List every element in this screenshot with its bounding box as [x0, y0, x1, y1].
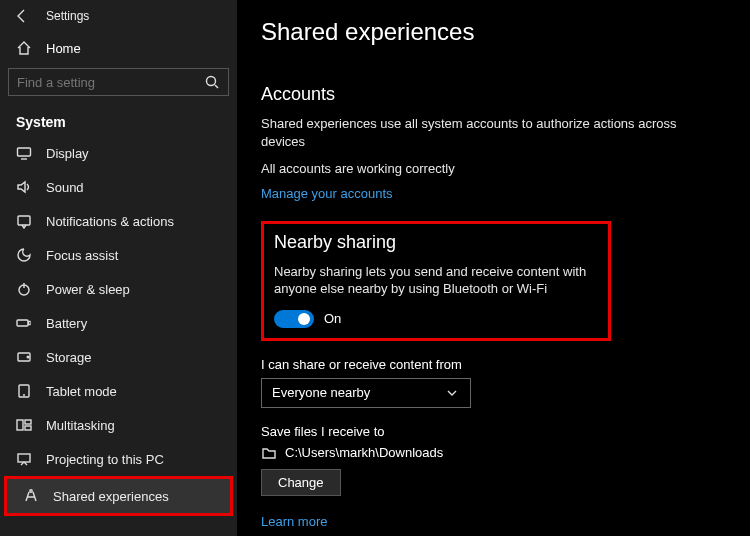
- notifications-icon: [16, 213, 32, 229]
- sidebar-item-sound[interactable]: Sound: [0, 170, 237, 204]
- sidebar-item-projecting[interactable]: Projecting to this PC: [0, 442, 237, 476]
- home-label: Home: [46, 41, 81, 56]
- sidebar-item-label: Shared experiences: [53, 489, 169, 504]
- save-to-path: C:\Users\markh\Downloads: [285, 445, 443, 460]
- sidebar-item-label: Battery: [46, 316, 87, 331]
- svg-rect-5: [29, 322, 31, 325]
- svg-rect-2: [18, 216, 30, 225]
- sidebar-item-label: Power & sleep: [46, 282, 130, 297]
- sidebar-item-tablet-mode[interactable]: Tablet mode: [0, 374, 237, 408]
- multitasking-icon: [16, 417, 32, 433]
- learn-more-link[interactable]: Learn more: [261, 514, 327, 529]
- manage-accounts-link[interactable]: Manage your accounts: [261, 186, 393, 201]
- svg-point-0: [207, 77, 216, 86]
- sidebar-item-notifications[interactable]: Notifications & actions: [0, 204, 237, 238]
- svg-rect-10: [25, 420, 31, 424]
- accounts-status: All accounts are working correctly: [261, 160, 681, 178]
- svg-point-7: [27, 356, 29, 358]
- save-to-path-row: C:\Users\markh\Downloads: [261, 445, 726, 461]
- projecting-icon: [16, 451, 32, 467]
- accounts-desc: Shared experiences use all system accoun…: [261, 115, 681, 150]
- page-title: Shared experiences: [261, 18, 726, 46]
- sidebar-item-label: Sound: [46, 180, 84, 195]
- share-from-value: Everyone nearby: [272, 385, 370, 400]
- power-icon: [16, 281, 32, 297]
- focus-assist-icon: [16, 247, 32, 263]
- tablet-icon: [16, 383, 32, 399]
- svg-rect-9: [17, 420, 23, 430]
- titlebar: Settings: [0, 0, 237, 30]
- svg-rect-1: [18, 148, 31, 156]
- sidebar-item-multitasking[interactable]: Multitasking: [0, 408, 237, 442]
- sidebar-item-label: Focus assist: [46, 248, 118, 263]
- search-icon: [204, 74, 220, 90]
- svg-rect-12: [18, 454, 30, 462]
- sidebar-item-shared-experiences[interactable]: Shared experiences: [7, 479, 230, 513]
- sidebar-item-storage[interactable]: Storage: [0, 340, 237, 374]
- nav-list: Display Sound Notifications & actions Fo…: [0, 136, 237, 516]
- sidebar-item-power-sleep[interactable]: Power & sleep: [0, 272, 237, 306]
- home-icon: [16, 40, 32, 56]
- display-icon: [16, 145, 32, 161]
- svg-rect-11: [25, 426, 31, 430]
- sidebar: Settings Home System Display: [0, 0, 237, 536]
- svg-rect-4: [17, 320, 28, 326]
- accounts-title: Accounts: [261, 84, 726, 105]
- home-link[interactable]: Home: [0, 30, 237, 64]
- change-button[interactable]: Change: [261, 469, 341, 496]
- nearby-title: Nearby sharing: [274, 232, 598, 253]
- battery-icon: [16, 315, 32, 331]
- content-pane: Shared experiences Accounts Shared exper…: [237, 0, 750, 536]
- chevron-down-icon: [444, 385, 460, 401]
- sidebar-item-label: Notifications & actions: [46, 214, 174, 229]
- storage-icon: [16, 349, 32, 365]
- folder-icon: [261, 445, 277, 461]
- sidebar-item-battery[interactable]: Battery: [0, 306, 237, 340]
- settings-title: Settings: [46, 9, 89, 23]
- nearby-toggle-label: On: [324, 311, 341, 326]
- sidebar-item-focus-assist[interactable]: Focus assist: [0, 238, 237, 272]
- search-field[interactable]: [17, 75, 204, 90]
- search-input[interactable]: [8, 68, 229, 96]
- section-label: System: [0, 106, 237, 136]
- sidebar-item-label: Display: [46, 146, 89, 161]
- save-to-label: Save files I receive to: [261, 424, 726, 439]
- svg-point-13: [30, 490, 32, 492]
- sidebar-item-label: Storage: [46, 350, 92, 365]
- share-from-label: I can share or receive content from: [261, 357, 726, 372]
- sound-icon: [16, 179, 32, 195]
- sidebar-item-label: Tablet mode: [46, 384, 117, 399]
- shared-experiences-icon: [23, 488, 39, 504]
- nearby-sharing-section: Nearby sharing Nearby sharing lets you s…: [261, 221, 611, 341]
- sidebar-item-display[interactable]: Display: [0, 136, 237, 170]
- nearby-toggle[interactable]: [274, 310, 314, 328]
- sidebar-item-label: Projecting to this PC: [46, 452, 164, 467]
- share-from-select[interactable]: Everyone nearby: [261, 378, 471, 408]
- sidebar-item-label: Multitasking: [46, 418, 115, 433]
- nearby-desc: Nearby sharing lets you send and receive…: [274, 263, 598, 298]
- back-icon[interactable]: [14, 8, 30, 24]
